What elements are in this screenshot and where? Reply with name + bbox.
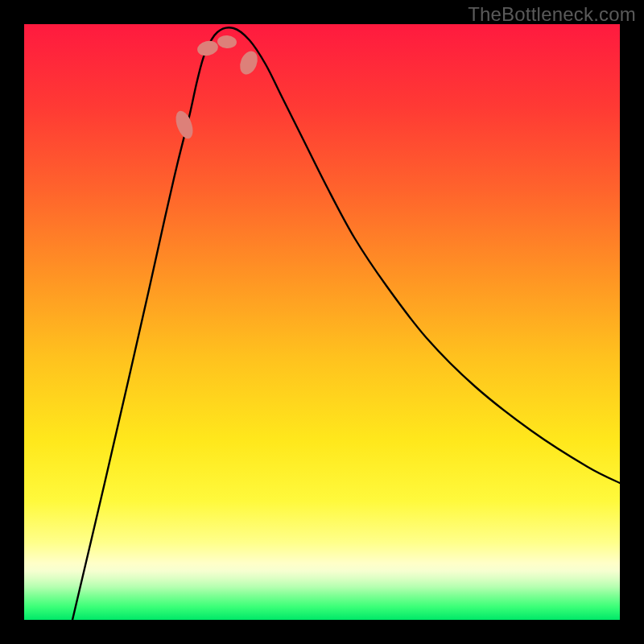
curve-marker-0	[172, 109, 196, 141]
chart-frame	[24, 24, 620, 620]
curve-marker-1	[196, 39, 219, 57]
watermark-text: TheBottleneck.com	[468, 3, 636, 26]
bottleneck-curve	[72, 27, 620, 620]
curve-marker-2	[217, 35, 237, 49]
chart-svg	[24, 24, 620, 620]
curve-markers	[172, 35, 261, 141]
curve-marker-3	[237, 48, 261, 76]
